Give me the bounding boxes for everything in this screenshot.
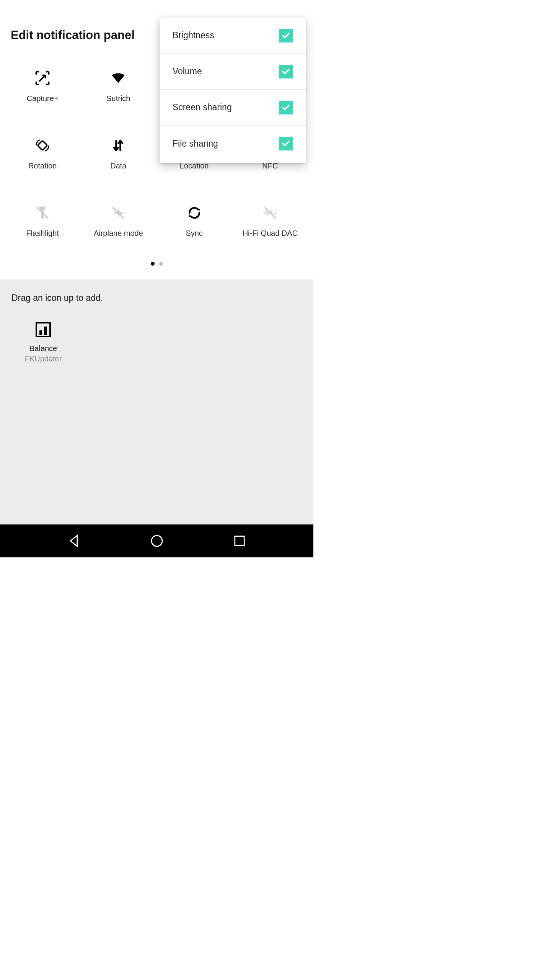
checkbox-checked-icon[interactable] (279, 65, 293, 78)
tray-caption: Drag an icon up to add. (5, 287, 308, 311)
tile-label: Data (110, 162, 126, 170)
rotation-icon (34, 137, 51, 154)
airplane-off-icon (110, 204, 127, 221)
tray-tile-balance[interactable]: Balance FKUpdater (5, 320, 81, 363)
settings-dropdown: Brightness Volume Screen sharing File sh… (160, 18, 306, 162)
balance-icon (34, 320, 52, 339)
dropdown-item-file-sharing[interactable]: File sharing (160, 126, 306, 162)
dropdown-item-screen-sharing[interactable]: Screen sharing (160, 90, 306, 126)
svg-rect-9 (39, 330, 42, 335)
dropdown-item-volume[interactable]: Volume (160, 54, 306, 90)
pager-indicator (0, 262, 313, 266)
system-navbar (0, 524, 313, 557)
svg-rect-10 (44, 327, 47, 335)
svg-rect-8 (36, 323, 50, 336)
checkbox-checked-icon[interactable] (279, 137, 293, 150)
available-tiles-tray: Drag an icon up to add. Balance FKUpdate… (0, 279, 313, 532)
nav-recent-button[interactable] (230, 532, 249, 550)
nav-home-button[interactable] (148, 532, 166, 550)
tile-label: Rotation (28, 162, 57, 170)
svg-point-11 (152, 536, 162, 546)
tile-capture-plus[interactable]: Capture+ (5, 70, 80, 137)
svg-rect-12 (235, 536, 245, 546)
checkbox-checked-icon[interactable] (279, 29, 293, 42)
tray-tile-label: Balance (29, 344, 57, 353)
dropdown-label: Volume (173, 66, 202, 77)
tile-label: Flashlight (26, 229, 59, 238)
sync-icon (186, 204, 203, 221)
tile-data[interactable]: Data (80, 137, 156, 204)
pager-dot-2[interactable] (159, 262, 163, 266)
dropdown-label: Screen sharing (173, 102, 232, 113)
nav-back-button[interactable] (65, 532, 83, 550)
hifi-off-icon: Hi Fi (262, 204, 279, 221)
dropdown-item-brightness[interactable]: Brightness (160, 18, 306, 54)
checkbox-checked-icon[interactable] (279, 101, 293, 114)
tray-divider (5, 311, 308, 311)
screen-root: Edit notification panel Capture+ Sutrich (0, 0, 313, 557)
dropdown-label: Brightness (173, 30, 214, 41)
svg-rect-0 (37, 140, 47, 150)
capture-plus-icon (34, 70, 51, 87)
tile-rotation[interactable]: Rotation (5, 137, 80, 204)
tile-label: Hi-Fi Quad DAC (243, 229, 298, 238)
tray-tile-sublabel: FKUpdater (25, 354, 62, 363)
tile-label: Sync (186, 229, 202, 238)
tile-label: Sutrich (106, 94, 130, 103)
page-title: Edit notification panel (11, 28, 135, 42)
mobile-data-icon (110, 137, 127, 154)
dropdown-label: File sharing (173, 139, 218, 149)
flashlight-off-icon (34, 204, 51, 221)
pager-dot-1[interactable] (151, 262, 155, 266)
wifi-icon (110, 70, 127, 87)
tile-wifi[interactable]: Sutrich (80, 70, 156, 137)
tile-label: Capture+ (27, 94, 59, 103)
tile-label: Airplane mode (94, 229, 143, 238)
tray-grid: Balance FKUpdater (5, 320, 308, 363)
